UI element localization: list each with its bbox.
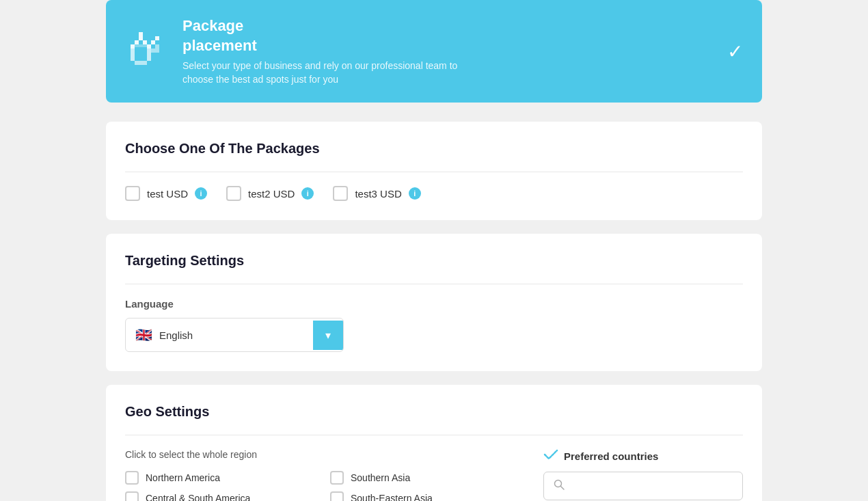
language-label: Language bbox=[125, 298, 743, 310]
regions-left-col: Northern America Central & South America… bbox=[125, 471, 316, 501]
package-label-2: test2 USD bbox=[248, 188, 295, 200]
language-dropdown[interactable]: 🇬🇧 English ▾ bbox=[125, 318, 344, 352]
svg-rect-13 bbox=[135, 61, 139, 65]
search-icon bbox=[554, 479, 565, 493]
package-item-2[interactable]: test2 USD i bbox=[226, 186, 314, 201]
svg-rect-20 bbox=[139, 32, 143, 36]
region-label-south-eastern-asia: South-Eastern Asia bbox=[351, 493, 433, 501]
package-info-1[interactable]: i bbox=[195, 187, 207, 200]
region-south-eastern-asia[interactable]: South-Eastern Asia bbox=[330, 491, 521, 501]
preferred-countries-icon bbox=[543, 449, 558, 463]
svg-rect-8 bbox=[131, 53, 135, 57]
region-label-southern-asia: Southern Asia bbox=[351, 472, 410, 483]
svg-rect-12 bbox=[147, 57, 151, 61]
hero-text: Package placement Select your type of bu… bbox=[182, 16, 483, 86]
svg-rect-4 bbox=[147, 44, 151, 49]
region-label-central-south-america: Central & South America bbox=[146, 493, 250, 501]
geo-left: Click to select the whole region Norther… bbox=[125, 449, 521, 501]
package-radio-2[interactable] bbox=[226, 186, 241, 201]
geo-title: Geo Settings bbox=[125, 404, 743, 420]
svg-rect-17 bbox=[155, 44, 159, 49]
svg-rect-19 bbox=[135, 44, 147, 47]
hero-description: Select your type of business and rely on… bbox=[182, 59, 483, 86]
svg-rect-16 bbox=[151, 49, 155, 53]
region-checkbox-northern-america[interactable] bbox=[125, 471, 139, 485]
preferred-countries-label: Preferred countries bbox=[543, 449, 743, 463]
preferred-search-input[interactable] bbox=[570, 480, 733, 491]
region-checkbox-south-eastern-asia[interactable] bbox=[330, 491, 344, 501]
targeting-divider bbox=[125, 284, 743, 284]
svg-rect-10 bbox=[147, 49, 151, 53]
region-label-northern-america: Northern America bbox=[146, 472, 220, 483]
content-area: Package placement Select your type of bu… bbox=[106, 0, 762, 501]
package-radio-1[interactable] bbox=[125, 186, 140, 201]
geo-layout: Click to select the whole region Norther… bbox=[125, 449, 743, 501]
svg-rect-6 bbox=[155, 36, 159, 40]
package-radio-3[interactable] bbox=[333, 186, 348, 201]
package-info-2[interactable]: i bbox=[301, 187, 314, 200]
svg-rect-9 bbox=[131, 57, 135, 61]
packages-section: Choose One Of The Packages test USD i te… bbox=[106, 122, 762, 220]
packages-divider bbox=[125, 172, 743, 172]
packages-row: test USD i test2 USD i test3 USD i bbox=[125, 186, 743, 201]
svg-line-22 bbox=[561, 487, 565, 490]
geo-section: Geo Settings Click to select the whole r… bbox=[106, 385, 762, 501]
package-item-1[interactable]: test USD i bbox=[125, 186, 207, 201]
geo-right: Preferred countries bbox=[543, 449, 743, 501]
svg-rect-1 bbox=[135, 40, 139, 44]
svg-rect-2 bbox=[139, 36, 143, 40]
package-label-1: test USD bbox=[147, 188, 188, 200]
regions-grid: Northern America Central & South America… bbox=[125, 471, 521, 501]
svg-rect-0 bbox=[131, 44, 135, 49]
hero-banner: Package placement Select your type of bu… bbox=[106, 0, 762, 103]
regions-right-col: Southern Asia South-Eastern Asia Eastern… bbox=[330, 471, 521, 501]
preferred-search-box[interactable] bbox=[543, 472, 743, 500]
packages-title: Choose One Of The Packages bbox=[125, 141, 743, 157]
package-info-3[interactable]: i bbox=[409, 187, 421, 200]
selected-language-text: English bbox=[159, 329, 193, 341]
region-checkbox-central-south-america[interactable] bbox=[125, 491, 139, 501]
hero-check-icon: ✓ bbox=[727, 40, 743, 63]
geo-divider bbox=[125, 435, 743, 435]
svg-rect-7 bbox=[131, 49, 135, 53]
svg-rect-11 bbox=[147, 53, 151, 57]
targeting-title: Targeting Settings bbox=[125, 253, 743, 269]
dropdown-arrow-icon: ▾ bbox=[325, 329, 331, 342]
svg-rect-18 bbox=[155, 49, 159, 53]
region-checkbox-southern-asia[interactable] bbox=[330, 471, 344, 485]
language-selected: 🇬🇧 English bbox=[126, 319, 313, 351]
svg-rect-5 bbox=[151, 40, 155, 44]
targeting-section: Targeting Settings Language 🇬🇧 English ▾ bbox=[106, 234, 762, 371]
preferred-countries-text: Preferred countries bbox=[564, 450, 658, 462]
svg-rect-3 bbox=[143, 40, 147, 44]
language-dropdown-button[interactable]: ▾ bbox=[313, 321, 343, 350]
hero-title: Package placement bbox=[182, 16, 483, 55]
geo-click-label: Click to select the whole region bbox=[125, 449, 521, 460]
svg-rect-15 bbox=[143, 61, 147, 65]
page-wrapper: Package placement Select your type of bu… bbox=[0, 0, 868, 501]
uk-flag-icon: 🇬🇧 bbox=[135, 327, 152, 343]
region-central-south-america[interactable]: Central & South America bbox=[125, 491, 316, 501]
package-item-3[interactable]: test3 USD i bbox=[333, 186, 420, 201]
region-northern-america[interactable]: Northern America bbox=[125, 471, 316, 485]
region-southern-asia[interactable]: Southern Asia bbox=[330, 471, 521, 485]
package-label-3: test3 USD bbox=[355, 188, 401, 200]
hero-icon bbox=[125, 29, 169, 73]
svg-rect-14 bbox=[139, 61, 143, 65]
